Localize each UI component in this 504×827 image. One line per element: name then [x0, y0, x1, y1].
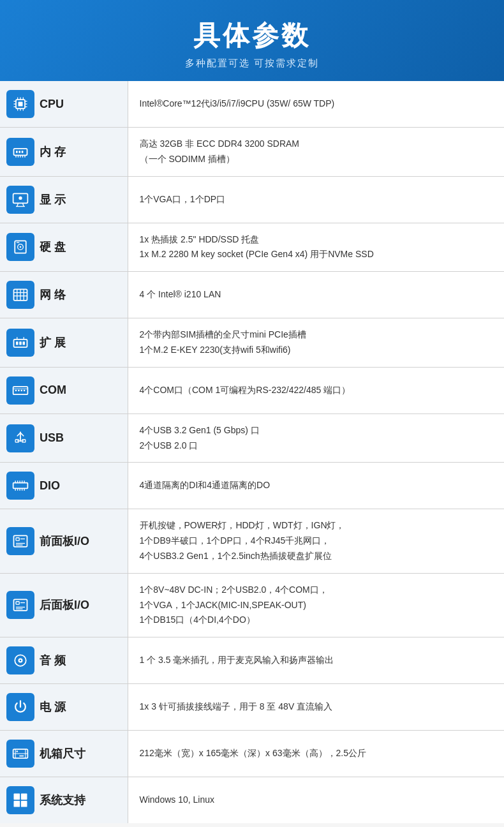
table-row-frontio: 前面板I/O开机按键，POWER灯，HDD灯，WDT灯，IGN灯，1个DB9半破… [0, 509, 504, 573]
dio-icon [6, 472, 34, 500]
value-cell-expansion: 2个带内部SIM插槽的全尺寸mini PCIe插槽1个M.2 E-KEY 223… [128, 318, 504, 368]
value-line: 2个USB 2.0 口 [140, 438, 493, 454]
label-cell-dio: DIO [0, 463, 128, 509]
table-row-network: 网 络4 个 Intel® i210 LAN [0, 272, 504, 318]
label-text-power: 电 源 [40, 699, 66, 715]
value-line: 4个USB3.2 Gen1，1个2.5inch热插拔硬盘扩展位 [140, 549, 493, 564]
value-line: 1x M.2 2280 M key socket (PCIe Gen4 x4) … [140, 247, 493, 262]
value-cell-power: 1x 3 针可插拔接线端子，用于 8 至 48V 直流输入 [128, 684, 504, 731]
table-row-display: 显 示1个VGA口，1个DP口 [0, 176, 504, 223]
label-cell-cpu: CPU [0, 81, 128, 128]
value-cell-audio: 1 个 3.5 毫米插孔，用于麦克风输入和扬声器输出 [128, 637, 504, 684]
label-cell-frontio: 前面板I/O [0, 509, 128, 573]
svg-rect-87 [21, 801, 27, 807]
storage-icon [6, 233, 34, 261]
page-title: 具体参数 [13, 18, 491, 54]
label-text-cpu: CPU [40, 98, 64, 111]
svg-rect-40 [19, 341, 22, 345]
label-text-audio: 音 频 [40, 653, 66, 668]
label-cell-audio: 音 频 [0, 637, 128, 684]
value-cell-network: 4 个 Intel® i210 LAN [128, 272, 504, 318]
value-cell-usb: 4个USB 3.2 Gen1 (5 Gbps) 口2个USB 2.0 口 [128, 414, 504, 463]
label-text-reario: 后面板I/O [40, 597, 89, 613]
value-line: 开机按键，POWER灯，HDD灯，WDT灯，IGN灯， [140, 518, 493, 533]
value-line: Windows 10, Linux [140, 793, 493, 808]
cpu-icon [6, 90, 34, 118]
table-row-os: 系统支持Windows 10, Linux [0, 777, 504, 824]
table-row-chassis: 机箱尺寸212毫米（宽）x 165毫米（深）x 63毫米（高），2.5公斤 [0, 731, 504, 777]
svg-rect-71 [16, 602, 19, 604]
audio-icon [6, 646, 34, 674]
label-text-expansion: 扩 展 [40, 335, 66, 350]
network-icon [6, 281, 34, 309]
value-cell-reario: 1个8V~48V DC-IN；2个USB2.0，4个COM口，1个VGA，1个J… [128, 573, 504, 637]
value-line: 212毫米（宽）x 165毫米（深）x 63毫米（高），2.5公斤 [140, 746, 493, 761]
value-cell-dio: 4通道隔离的DI和4通道隔离的DO [128, 463, 504, 509]
table-row-reario: 后面板I/O1个8V~48V DC-IN；2个USB2.0，4个COM口，1个V… [0, 573, 504, 637]
svg-rect-15 [16, 151, 18, 153]
page-wrapper: 具体参数 多种配置可选 可按需求定制 CPUIntel®Core™12代i3/i… [0, 0, 504, 823]
label-cell-power: 电 源 [0, 684, 128, 731]
svg-point-27 [19, 196, 22, 199]
svg-point-77 [20, 660, 22, 662]
page-subtitle: 多种配置可选 可按需求定制 [13, 57, 491, 70]
label-text-dio: DIO [40, 479, 60, 493]
spec-table: CPUIntel®Core™12代i3/i5/i7/i9CPU (35W/ 65… [0, 81, 504, 823]
svg-point-45 [15, 389, 17, 391]
table-row-audio: 音 频1 个 3.5 毫米插孔，用于麦克风输入和扬声器输出 [0, 637, 504, 684]
label-cell-usb: USB [0, 414, 128, 463]
value-cell-com: 4个COM口（COM 1可编程为RS-232/422/485 端口） [128, 367, 504, 414]
header: 具体参数 多种配置可选 可按需求定制 [0, 0, 504, 81]
com-icon [6, 376, 34, 405]
value-line: 1个VGA口，1个DP口 [140, 192, 493, 207]
os-icon [6, 786, 34, 814]
value-line: 1 个 3.5 毫米插孔，用于麦克风输入和扬声器输出 [140, 653, 493, 668]
label-text-display: 显 示 [40, 192, 66, 207]
label-cell-memory: 内 存 [0, 128, 128, 177]
value-cell-frontio: 开机按键，POWER灯，HDD灯，WDT灯，IGN灯，1个DB9半破口，1个DP… [128, 509, 504, 573]
svg-rect-83 [19, 756, 24, 757]
value-line: 1个M.2 E-KEY 2230(支持wifi 5和wifi6) [140, 343, 493, 358]
label-text-frontio: 前面板I/O [40, 533, 89, 549]
svg-rect-39 [16, 341, 19, 345]
table-row-storage: 硬 盘1x 热插拔 2.5" HDD/SSD 托盘1x M.2 2280 M k… [0, 223, 504, 272]
svg-point-82 [16, 750, 18, 752]
reario-icon [6, 591, 34, 619]
value-cell-os: Windows 10, Linux [128, 777, 504, 824]
power-icon [6, 693, 34, 721]
svg-rect-86 [14, 801, 20, 807]
label-cell-chassis: 机箱尺寸 [0, 731, 128, 777]
value-line: 4通道隔离的DI和4通道隔离的DO [140, 478, 493, 493]
label-cell-network: 网 络 [0, 272, 128, 318]
value-line: 1x 热插拔 2.5" HDD/SSD 托盘 [140, 232, 493, 248]
value-line: （一个 SODIMM 插槽） [140, 152, 493, 167]
label-text-storage: 硬 盘 [40, 239, 66, 255]
label-cell-display: 显 示 [0, 176, 128, 223]
display-icon [6, 186, 34, 214]
label-cell-storage: 硬 盘 [0, 223, 128, 272]
memory-icon [6, 138, 34, 166]
svg-point-30 [20, 246, 22, 248]
svg-rect-41 [23, 341, 26, 345]
svg-rect-85 [21, 794, 27, 800]
value-line: 1个VGA，1个JACK(MIC-IN,SPEAK-OUT) [140, 598, 493, 613]
table-row-power: 电 源1x 3 针可插拔接线端子，用于 8 至 48V 直流输入 [0, 684, 504, 731]
svg-rect-1 [19, 102, 23, 107]
label-cell-com: COM [0, 367, 128, 414]
value-line: 1x 3 针可插拔接线端子，用于 8 至 48V 直流输入 [140, 699, 493, 715]
value-line: 2个带内部SIM插槽的全尺寸mini PCIe插槽 [140, 327, 493, 343]
svg-rect-54 [13, 483, 28, 489]
expansion-icon [6, 329, 34, 357]
usb-icon [6, 424, 34, 452]
table-row-usb: USB4个USB 3.2 Gen1 (5 Gbps) 口2个USB 2.0 口 [0, 414, 504, 463]
value-cell-cpu: Intel®Core™12代i3/i5/i7/i9CPU (35W/ 65W T… [128, 81, 504, 128]
chassis-icon [6, 740, 34, 768]
table-row-cpu: CPUIntel®Core™12代i3/i5/i7/i9CPU (35W/ 65… [0, 81, 504, 128]
table-row-expansion: 扩 展2个带内部SIM插槽的全尺寸mini PCIe插槽1个M.2 E-KEY … [0, 318, 504, 368]
value-line: 4个USB 3.2 Gen1 (5 Gbps) 口 [140, 423, 493, 438]
value-line: 1个DB15口（4个DI,4个DO） [140, 613, 493, 628]
label-text-memory: 内 存 [40, 144, 66, 160]
table-row-com: COM4个COM口（COM 1可编程为RS-232/422/485 端口） [0, 367, 504, 414]
value-line: Intel®Core™12代i3/i5/i7/i9CPU (35W/ 65W T… [140, 96, 493, 112]
svg-rect-84 [14, 794, 20, 800]
